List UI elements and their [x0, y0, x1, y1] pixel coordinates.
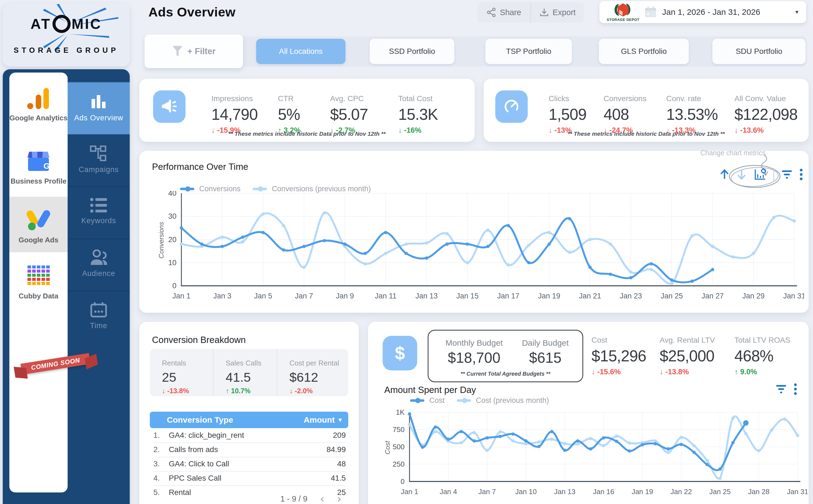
- stat-value: 25: [162, 370, 213, 385]
- share-export-group: Share Export: [477, 2, 584, 23]
- svg-text:Jan 13: Jan 13: [554, 488, 576, 496]
- column-amount[interactable]: Amount: [304, 415, 335, 425]
- sidebar-item-ads-overview[interactable]: Ads Overview: [68, 82, 130, 135]
- daily-budget: Daily Budget $615: [516, 338, 574, 366]
- page-title: Ads Overview: [148, 4, 236, 20]
- tab-gls-portfolio[interactable]: GLS Portfolio: [599, 39, 689, 64]
- svg-text:10: 10: [168, 259, 176, 267]
- svg-text:Jan 19: Jan 19: [632, 488, 653, 496]
- row-rank: 3.: [153, 459, 169, 468]
- delta-value: -13.8%: [167, 387, 189, 395]
- svg-text:Jan 28: Jan 28: [748, 488, 770, 496]
- stat-label: Rentals: [162, 359, 213, 367]
- sidebar-item-google-ads[interactable]: Google Ads: [9, 208, 68, 244]
- share-button[interactable]: Share: [477, 2, 530, 23]
- business-profile-icon: G: [25, 149, 52, 173]
- metric-value: 14,790: [211, 105, 258, 123]
- metric-label: Clicks: [549, 94, 587, 103]
- conversion-table-header[interactable]: Conversion Type Amount ▾: [150, 412, 348, 428]
- chart-settings-icon[interactable]: [754, 168, 766, 181]
- table-row[interactable]: 1. GA4: click_begin_rent 209: [153, 428, 346, 443]
- row-amount: 209: [333, 431, 346, 440]
- move-up-icon[interactable]: [720, 169, 729, 180]
- move-down-icon[interactable]: [737, 169, 746, 180]
- sidebar-item-keywords[interactable]: Keywords: [68, 186, 130, 239]
- nav-item-label: Time: [68, 322, 130, 330]
- metric-value: $15,296: [591, 347, 646, 365]
- table-row[interactable]: 4. PPC Sales Call 41.5: [153, 471, 346, 486]
- kpi-card-ads: Impressions 14,790 ↓ -15.9% CTR 5% ↑ 3.2…: [139, 79, 475, 142]
- conversion-breakdown-title: Conversion Breakdown: [152, 335, 246, 345]
- metric-value: 408: [604, 105, 646, 123]
- performance-chart-toolbar: [720, 168, 803, 181]
- export-icon: [540, 8, 549, 17]
- svg-text:Jan 9: Jan 9: [336, 292, 354, 300]
- svg-text:0: 0: [401, 477, 405, 486]
- metric-impressions: Impressions 14,790 ↓ -15.9%: [211, 94, 258, 135]
- svg-text:Jan 25: Jan 25: [709, 488, 731, 496]
- svg-text:Jan 7: Jan 7: [295, 292, 313, 300]
- more-options-icon[interactable]: [800, 168, 803, 181]
- column-conversion-type: Conversion Type: [167, 415, 233, 425]
- legend-label: Cost (previous month): [476, 396, 549, 405]
- metric-value: 5%: [278, 105, 301, 123]
- tab-tsp-portfolio[interactable]: TSP Portfolio: [485, 39, 572, 64]
- audience-icon: [89, 250, 108, 266]
- row-rank: 5.: [153, 488, 169, 497]
- tab-all-locations[interactable]: All Locations: [256, 39, 345, 64]
- svg-text:500: 500: [393, 443, 405, 451]
- table-pagination: 1 - 9 / 9 ‹ ›: [280, 492, 341, 504]
- pagination-prev-icon[interactable]: ‹: [320, 492, 324, 504]
- legend-item-conversions: [180, 188, 194, 190]
- spend-line-chart[interactable]: 02505007501KJan 1Jan 4Jan 7Jan 10Jan 13J…: [387, 409, 808, 504]
- filter-icon[interactable]: [781, 170, 792, 179]
- bar-chart-icon: [90, 93, 107, 110]
- stat-value: 41.5: [226, 370, 277, 385]
- table-row[interactable]: 3. GA4: Click to Call 48: [153, 457, 346, 472]
- share-icon: [487, 8, 496, 17]
- delta-value: 10.7%: [231, 387, 250, 395]
- row-label: GA4: Click to Call: [169, 459, 229, 468]
- sidebar-item-audience[interactable]: Audience: [68, 239, 130, 291]
- tab-sdu-portfolio[interactable]: SDU Portfolio: [712, 39, 806, 64]
- megaphone-icon: [153, 90, 186, 123]
- filter-icon[interactable]: [776, 384, 787, 394]
- more-options-icon[interactable]: [794, 383, 797, 395]
- svg-text:Jan 3: Jan 3: [213, 292, 231, 300]
- svg-text:Jan 23: Jan 23: [620, 292, 642, 300]
- tab-ssd-portfolio[interactable]: SSD Portfolio: [370, 39, 454, 64]
- metric-all-conv-value: All Conv. Value $122,098 ↓ -13.6%: [734, 94, 798, 135]
- pagination-next-icon[interactable]: ›: [337, 492, 341, 504]
- export-button[interactable]: Export: [531, 2, 584, 23]
- calendar-icon: [90, 302, 107, 318]
- company-logo-card: ATMIC STORAGE GROUP: [3, 3, 130, 67]
- metric-conversions: Conversions 408 ↓ -24.7%: [604, 94, 646, 135]
- tab-label: SSD Portfolio: [389, 47, 435, 56]
- date-range-selector[interactable]: STORAGE DEPOT Jan 1, 2026 - Jan 31, 2026…: [599, 1, 806, 23]
- svg-text:Jan 1: Jan 1: [401, 488, 418, 496]
- metric-delta: ↓ -13.8%: [660, 368, 715, 376]
- sidebar-item-google-analytics[interactable]: Google Analytics: [9, 87, 68, 122]
- performance-line-chart[interactable]: 010203040Jan 1Jan 3Jan 5Jan 7Jan 9Jan 11…: [158, 191, 804, 306]
- svg-text:Jan 16: Jan 16: [593, 488, 614, 496]
- svg-text:Jan 10: Jan 10: [515, 488, 537, 496]
- sidebar-item-campaigns[interactable]: Campaigns: [68, 134, 130, 187]
- stat-delta: ↑ 10.7%: [226, 387, 277, 395]
- row-label: Calls from ads: [169, 445, 218, 454]
- table-row[interactable]: 2. Calls from ads 84.99: [153, 442, 346, 457]
- metric-label: Cost: [591, 336, 646, 345]
- metric-value: 1,509: [549, 105, 587, 123]
- up-arrow-icon: ↑: [734, 368, 738, 376]
- add-filter-button[interactable]: + Filter: [145, 35, 243, 68]
- pagination-range: 1 - 9 / 9: [280, 494, 307, 503]
- sidebar-item-label: Google Analytics: [9, 114, 68, 122]
- row-rank: 1.: [153, 431, 169, 440]
- delta-value: -13.8%: [665, 368, 689, 376]
- svg-text:Jan 5: Jan 5: [254, 292, 272, 300]
- sidebar-item-time[interactable]: Time: [68, 291, 130, 344]
- sidebar-item-cubby-data[interactable]: Cubby Data: [9, 265, 68, 300]
- sidebar-item-business-profile[interactable]: G Business Profile: [9, 149, 68, 185]
- row-rank: 4.: [153, 474, 169, 483]
- sidebar-item-label: Business Profile: [9, 177, 68, 185]
- calendar-icon: [645, 6, 657, 18]
